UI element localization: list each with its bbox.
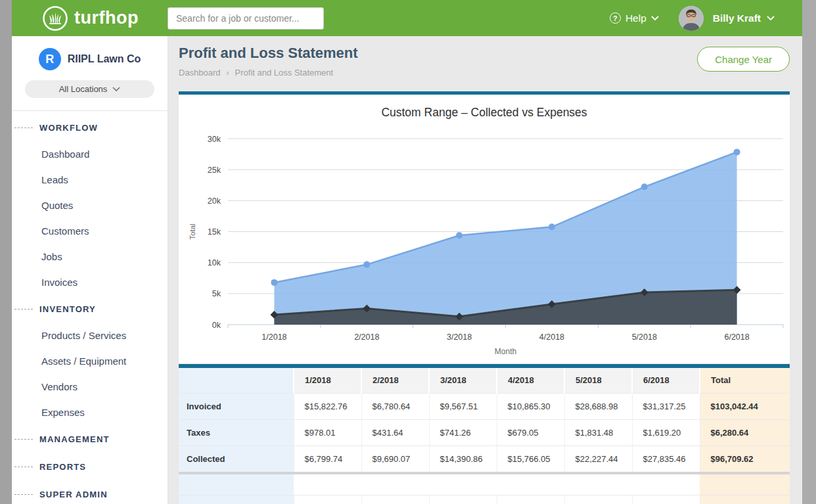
collected-vs-expenses-chart: 0k5k10k15k20k25k30k1/20182/20183/20184/2… — [179, 95, 790, 363]
sidebar-item-jobs[interactable]: Jobs — [12, 244, 168, 269]
cell-value: $96,709.62 — [700, 446, 790, 472]
company-logo: R — [39, 48, 61, 70]
cell-value: $1,619.20 — [632, 419, 700, 446]
column-header: 4/2018 — [497, 368, 564, 393]
brand-name: turfhop — [74, 8, 139, 28]
column-header: 6/2018 — [632, 368, 700, 393]
nav-section-workflow[interactable]: WORKFLOW — [12, 114, 168, 141]
company-switcher[interactable]: R RIIPL Lawn Co — [12, 36, 168, 70]
pnl-table-card: 1/20182/20183/20184/20185/20186/2018Tota… — [179, 364, 790, 504]
sidebar-item-dashboard[interactable]: Dashboard — [12, 141, 168, 167]
cell-value: $741.26 — [429, 419, 497, 446]
cell-value: $31,317.25 — [632, 393, 700, 419]
search-input[interactable] — [168, 7, 324, 30]
sidebar-item-assets-equipment[interactable]: Assets / Equipment — [12, 348, 168, 374]
cell-value: $15,822.76 — [294, 393, 361, 419]
column-header: 3/2018 — [429, 368, 497, 393]
cell-value: $679.05 — [497, 419, 564, 446]
cell-value: $6,799.74 — [294, 446, 361, 472]
table-header-row: 1/20182/20183/20184/20185/20186/2018Tota… — [179, 368, 790, 393]
row-label: Collected — [179, 446, 294, 472]
window-edge-left — [0, 0, 12, 504]
svg-text:1/2018: 1/2018 — [261, 332, 286, 342]
column-header: Total — [700, 368, 790, 393]
sidebar-item-vendors[interactable]: Vendors — [12, 374, 168, 400]
cell-value: $431.64 — [361, 419, 429, 446]
sidebar: R RIIPL Lawn Co All Locations WORKFLOWDa… — [12, 36, 168, 504]
help-label: Help — [625, 12, 646, 24]
change-year-button[interactable]: Change Year — [697, 47, 790, 72]
sidebar-item-customers[interactable]: Customers — [12, 218, 168, 244]
cell-value: $22,227.44 — [564, 446, 632, 472]
table-row: Invoiced$15,822.76$6,780.64$9,567.51$10,… — [179, 393, 790, 419]
sidebar-nav: WORKFLOWDashboardLeadsQuotesCustomersJob… — [12, 111, 168, 504]
page-title: Profit and Loss Statement — [179, 43, 358, 63]
row-label: Taxes — [179, 419, 294, 446]
breadcrumb-separator-icon: › — [227, 68, 229, 78]
sidebar-item-quotes[interactable]: Quotes — [12, 193, 168, 218]
brand-logo[interactable]: turfhop — [42, 5, 139, 32]
cell-value: $14,390.86 — [429, 446, 497, 472]
cell-value: $978.01 — [294, 419, 361, 446]
sidebar-item-invoices[interactable]: Invoices — [12, 269, 168, 295]
sidebar-item-expenses[interactable]: Expenses — [12, 400, 168, 425]
chevron-down-icon — [767, 16, 775, 21]
pnl-chart-card: 0k5k10k15k20k25k30k1/20182/20183/20184/2… — [179, 91, 790, 363]
table-row: Contract Labor$0.00$842.55$0.00$558.68$0… — [179, 495, 790, 504]
cell-value: $558.68 — [497, 495, 564, 504]
nav-section-management[interactable]: MANAGEMENT — [12, 425, 168, 453]
cell-value: $842.55 — [361, 495, 429, 504]
section-spacer — [179, 474, 790, 495]
cell-value: $10,865.30 — [497, 393, 564, 419]
cell-value: $0.00 — [632, 495, 700, 504]
breadcrumb: Dashboard › Profit and Loss Statement — [179, 68, 358, 78]
cell-value: $1,401.23 — [700, 495, 790, 504]
cell-value: $1,831.48 — [564, 419, 632, 446]
svg-text:30k: 30k — [208, 135, 221, 144]
top-navbar: turfhop ? Help — [12, 0, 802, 36]
locations-filter[interactable]: All Locations — [25, 80, 154, 98]
window-edge-right — [802, 0, 816, 504]
breadcrumb-dashboard[interactable]: Dashboard — [179, 68, 221, 78]
svg-text:10k: 10k — [208, 258, 221, 267]
svg-text:5k: 5k — [212, 289, 221, 298]
nav-section-super-admin[interactable]: SUPER ADMIN — [12, 480, 168, 504]
avatar-photo — [679, 6, 704, 31]
sidebar-item-leads[interactable]: Leads — [12, 167, 168, 193]
help-menu[interactable]: ? Help — [610, 12, 659, 24]
chevron-down-icon — [112, 87, 120, 92]
main-content: Profit and Loss Statement Dashboard › Pr… — [168, 36, 802, 504]
cell-value: $6,780.64 — [361, 393, 429, 419]
svg-text:4/2018: 4/2018 — [539, 332, 564, 342]
help-icon: ? — [610, 12, 621, 24]
table-row: Collected$6,799.74$9,690.07$14,390.86$15… — [179, 446, 790, 472]
user-menu[interactable]: Billy Kraft — [713, 12, 775, 24]
column-header: 5/2018 — [564, 368, 632, 393]
cell-value: $0.00 — [429, 495, 497, 504]
sidebar-item-products-services[interactable]: Products / Services — [12, 323, 168, 348]
svg-text:6/2018: 6/2018 — [724, 332, 749, 342]
cell-value: $6,280.64 — [700, 419, 790, 446]
table-row: Taxes$978.01$431.64$741.26$679.05$1,831.… — [179, 419, 790, 446]
chart-title: Custom Range – Collected vs Expenses — [179, 106, 790, 120]
locations-filter-label: All Locations — [59, 84, 108, 94]
cell-value: $103,042.44 — [700, 393, 790, 419]
grass-logo-icon — [42, 5, 68, 32]
svg-text:0k: 0k — [212, 321, 221, 330]
avatar[interactable] — [679, 6, 704, 31]
svg-text:2/2018: 2/2018 — [354, 332, 379, 342]
nav-section-reports[interactable]: REPORTS — [12, 453, 168, 480]
cell-value: $15,766.05 — [497, 446, 564, 472]
nav-section-inventory[interactable]: INVENTORY — [12, 295, 168, 323]
cell-value: $0.00 — [294, 495, 361, 504]
cell-value: $0.00 — [564, 495, 632, 504]
svg-text:3/2018: 3/2018 — [447, 332, 472, 342]
svg-text:Month: Month — [495, 347, 516, 356]
svg-text:5/2018: 5/2018 — [632, 332, 657, 342]
cell-value: $27,835.46 — [632, 446, 700, 472]
row-label: Contract Labor — [179, 495, 294, 504]
cell-value: $9,690.07 — [361, 446, 429, 472]
column-header: 1/2018 — [294, 368, 361, 393]
company-name: RIIPL Lawn Co — [68, 53, 141, 65]
column-header: 2/2018 — [361, 368, 429, 393]
